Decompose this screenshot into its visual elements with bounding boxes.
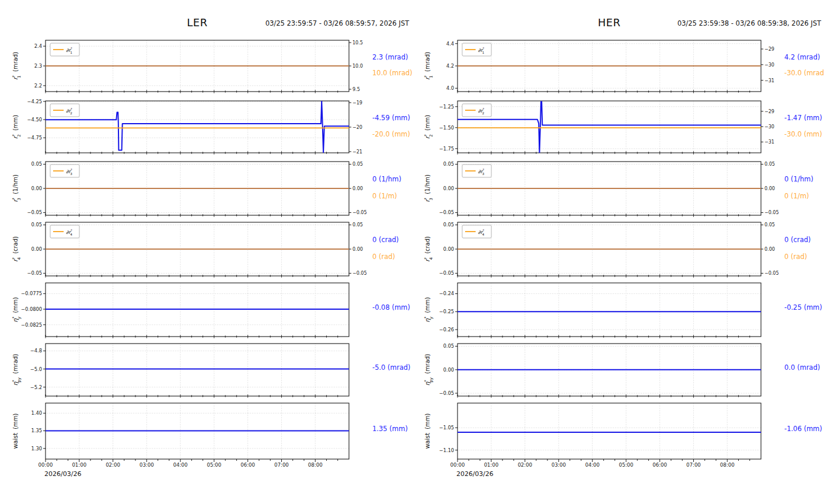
y-tick-label: −1.50 xyxy=(439,125,454,131)
x-tick-label: 05:00 xyxy=(207,462,221,468)
y-tick-label: −0.05 xyxy=(439,209,454,215)
right-tick-label: 0.00 xyxy=(352,247,363,252)
y-tick-label: −0.26 xyxy=(439,327,454,332)
x-tick-label: 06:00 xyxy=(652,462,667,468)
value-label-her-etapy-blue: 0.0 (mrad) xyxy=(784,363,820,372)
right-tick-label: 0.05 xyxy=(764,222,775,228)
y-tick-label: −1.05 xyxy=(439,425,454,430)
y-tick-label: −0.05 xyxy=(439,390,454,396)
right-tick-label: −19 xyxy=(352,100,362,106)
value-label-ler-r4-orange: 0 (rad) xyxy=(372,253,395,261)
y-tick-label: −5.0 xyxy=(30,366,42,372)
right-tick-label: −30 xyxy=(764,62,774,68)
y-tick-label: −0.05 xyxy=(27,209,42,215)
y-tick-label: −1.75 xyxy=(439,146,454,152)
x-axis-date-her: 2026/03/26 xyxy=(456,470,493,478)
y-tick-label: −0.05 xyxy=(27,270,42,276)
y-axis-label: r*1 (mrad) xyxy=(12,52,22,80)
right-tick-label: 0.05 xyxy=(764,162,775,167)
y-tick-label: −4.50 xyxy=(27,117,42,123)
right-tick-label: −21 xyxy=(352,149,362,155)
y-tick-label: 4.2 xyxy=(446,63,454,69)
y-axis-label: waist (mm) xyxy=(12,413,19,449)
value-label-her-etay-blue: -0.25 (mm) xyxy=(784,303,822,312)
x-tick-label: 01:00 xyxy=(72,462,86,468)
x-tick-label: 03:00 xyxy=(551,462,566,468)
y-axis-label: r*3 (1/hm) xyxy=(12,174,22,202)
y-axis-label: r*2 (mm) xyxy=(12,115,22,139)
y-axis-label: waist (mm) xyxy=(424,413,431,449)
y-tick-label: 0.05 xyxy=(444,222,454,228)
value-label-ler-r2-blue: -4.59 (mm) xyxy=(372,114,410,122)
y-tick-label: 0.05 xyxy=(32,222,42,228)
y-tick-label: 1.35 xyxy=(32,428,42,433)
value-label-her-r3-blue: 0 (1/hm) xyxy=(784,175,813,183)
y-tick-label: 0.00 xyxy=(444,186,454,191)
value-label-ler-r1-orange: 10.0 (mrad) xyxy=(372,69,412,77)
right-tick-label: 10.5 xyxy=(352,40,363,46)
value-label-ler-r2-orange: -20.0 (mm) xyxy=(372,130,410,138)
y-tick-label: 0.00 xyxy=(444,367,454,373)
right-tick-label: 9.5 xyxy=(352,87,360,92)
y-axis-label: r*1 (mrad) xyxy=(424,52,434,80)
plot-her-etay: −0.24−0.25−0.26η*y (mm)-0.25 (mm) xyxy=(424,283,822,338)
right-tick-label: 0.00 xyxy=(764,247,775,252)
y-tick-label: −4.75 xyxy=(27,135,42,141)
y-tick-label: −0.24 xyxy=(439,290,454,296)
x-tick-label: 07:00 xyxy=(274,462,289,468)
right-tick-label: −31 xyxy=(764,78,774,83)
value-label-ler-etay-blue: -0.08 (mm) xyxy=(372,303,410,312)
right-tick-label: −30 xyxy=(764,124,774,130)
x-tick-label: 04:00 xyxy=(173,462,188,468)
x-tick-label: 04:00 xyxy=(585,462,600,468)
y-axis-label: r*4 (crad) xyxy=(12,236,22,262)
y-tick-label: 0.00 xyxy=(32,186,42,191)
right-tick-label: −29 xyxy=(764,109,774,114)
y-tick-label: −0.0825 xyxy=(21,322,42,328)
y-axis-label: r*3 (1/hm) xyxy=(424,174,434,202)
y-tick-label: 1.40 xyxy=(32,410,42,416)
plot-her-etapy: 0.050.00−0.05η*py (mrad)0.0 (mrad) xyxy=(424,343,820,397)
plot-ler-r4: 0.050.00−0.050.050.00−0.05∂r*4r*4 (crad)… xyxy=(12,222,399,277)
panel-ler: LER 03/25 23:59:57 - 03/26 08:59:57, 202… xyxy=(0,0,412,504)
value-label-her-waist-blue: -1.06 (mm) xyxy=(784,425,822,433)
y-tick-label: 2.2 xyxy=(34,83,42,89)
y-tick-label: 2.3 xyxy=(34,63,42,69)
plot-her-r1: 4.44.24.0−29−30−31∂r*1r*1 (mrad)4.2 (mra… xyxy=(424,40,824,93)
y-tick-label: 4.4 xyxy=(446,41,454,47)
value-label-her-r2-blue: -1.47 (mm) xyxy=(784,114,822,122)
value-label-her-r2-orange: -30.0 (mm) xyxy=(784,130,822,138)
right-tick-label: −29 xyxy=(764,47,774,52)
x-tick-label: 06:00 xyxy=(240,462,255,468)
y-tick-label: 0.05 xyxy=(444,343,454,349)
right-tick-label: −0.05 xyxy=(764,210,779,215)
value-label-ler-r4-blue: 0 (crad) xyxy=(372,236,399,244)
right-tick-label: 0.05 xyxy=(352,222,363,228)
x-tick-label: 00:00 xyxy=(39,462,53,468)
right-tick-label: −31 xyxy=(764,139,774,145)
y-tick-label: −0.0775 xyxy=(21,290,42,296)
y-axis-label: r*4 (crad) xyxy=(424,236,434,262)
y-tick-label: −0.25 xyxy=(439,309,454,314)
plot-ler-r3: 0.050.00−0.050.050.00−0.05∂r*3r*3 (1/hm)… xyxy=(12,161,401,216)
y-tick-label: −1.25 xyxy=(439,104,454,110)
y-tick-label: −0.0800 xyxy=(21,306,42,312)
plot-ler-r1: 2.42.32.210.510.09.5∂r*1r*1 (mrad)2.3 (m… xyxy=(12,40,412,93)
right-tick-label: −0.05 xyxy=(352,271,367,276)
x-axis-date-ler: 2026/03/26 xyxy=(44,470,81,478)
y-axis-label: η*y (mm) xyxy=(12,297,22,322)
plot-ler-r2: −4.25−4.50−4.75−19−20−21∂r*2r*2 (mm)-4.5… xyxy=(12,99,410,155)
y-tick-label: 0.05 xyxy=(32,161,42,167)
x-tick-label: 02:00 xyxy=(518,462,532,468)
y-tick-label: −0.05 xyxy=(439,270,454,276)
chart-svg-her: 4.44.24.0−29−30−31∂r*1r*1 (mrad)4.2 (mra… xyxy=(412,0,824,504)
right-tick-label: −20 xyxy=(352,125,362,130)
y-tick-label: 0.00 xyxy=(444,246,454,252)
y-tick-label: 0.00 xyxy=(32,246,42,252)
y-axis-label: η*py (mrad) xyxy=(12,354,22,386)
plot-ler-etapy: −4.8−5.0−5.2η*py (mrad)-5.0 (mrad) xyxy=(12,344,410,398)
right-tick-label: 0.00 xyxy=(352,186,363,191)
chart-svg-ler: 2.42.32.210.510.09.5∂r*1r*1 (mrad)2.3 (m… xyxy=(0,0,412,504)
y-tick-label: 1.30 xyxy=(32,446,42,452)
value-label-ler-r3-orange: 0 (1/m) xyxy=(372,192,397,200)
